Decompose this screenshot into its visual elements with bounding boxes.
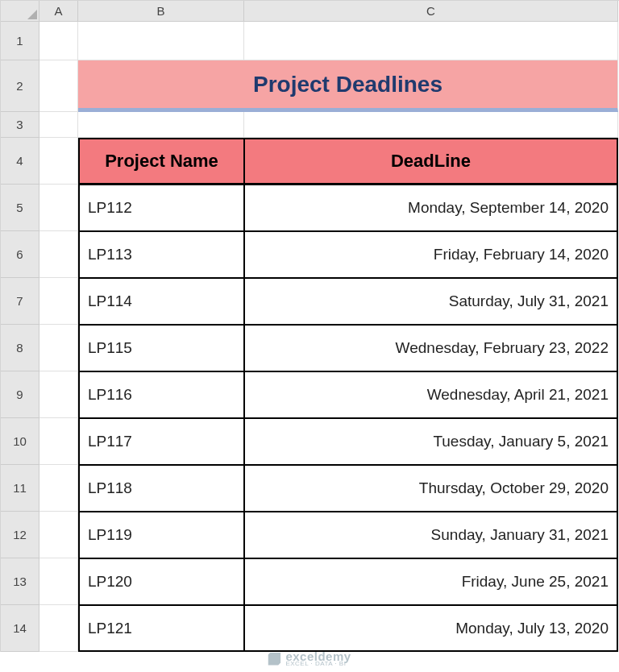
- cell-a8[interactable]: [39, 325, 78, 371]
- cell-b1[interactable]: [78, 22, 244, 60]
- cell-a7[interactable]: [39, 278, 78, 325]
- col-header-b[interactable]: B: [78, 1, 244, 22]
- header-project-name[interactable]: Project Name: [78, 138, 244, 185]
- row-header-2[interactable]: 2: [1, 60, 39, 112]
- cell-c1[interactable]: [244, 22, 618, 60]
- cell-b3[interactable]: [78, 112, 244, 138]
- row-header-3[interactable]: 3: [1, 112, 39, 138]
- cell-name-6[interactable]: LP118: [78, 465, 244, 512]
- cell-name-8[interactable]: LP120: [78, 558, 244, 605]
- header-deadline[interactable]: DeadLine: [244, 138, 618, 185]
- cell-c3[interactable]: [244, 112, 618, 138]
- cell-a4[interactable]: [39, 138, 78, 185]
- cell-name-2[interactable]: LP114: [78, 278, 244, 325]
- cell-name-0[interactable]: LP112: [78, 185, 244, 231]
- cell-a5[interactable]: [39, 185, 78, 231]
- cell-deadline-2[interactable]: Saturday, July 31, 2021: [244, 278, 618, 325]
- cell-deadline-9[interactable]: Monday, July 13, 2020: [244, 605, 618, 652]
- cell-name-1[interactable]: LP113: [78, 231, 244, 278]
- cell-a10[interactable]: [39, 418, 78, 465]
- row-header-1[interactable]: 1: [1, 22, 39, 60]
- cell-a13[interactable]: [39, 558, 78, 605]
- row-header-12[interactable]: 12: [1, 512, 39, 558]
- row-header-4[interactable]: 4: [1, 138, 39, 185]
- cell-name-9[interactable]: LP121: [78, 605, 244, 652]
- col-header-c[interactable]: C: [244, 1, 618, 22]
- cell-deadline-4[interactable]: Wednesday, April 21, 2021: [244, 371, 618, 418]
- row-header-10[interactable]: 10: [1, 418, 39, 465]
- watermark-sub: EXCEL · DATA · BI: [285, 661, 351, 667]
- cell-a3[interactable]: [39, 112, 78, 138]
- cell-name-3[interactable]: LP115: [78, 325, 244, 371]
- cell-deadline-0[interactable]: Monday, September 14, 2020: [244, 185, 618, 231]
- row-header-11[interactable]: 11: [1, 465, 39, 512]
- cell-a12[interactable]: [39, 512, 78, 558]
- cell-a14[interactable]: [39, 605, 78, 652]
- row-header-7[interactable]: 7: [1, 278, 39, 325]
- row-header-8[interactable]: 8: [1, 325, 39, 371]
- row-header-14[interactable]: 14: [1, 605, 39, 652]
- row-header-5[interactable]: 5: [1, 185, 39, 231]
- cell-a6[interactable]: [39, 231, 78, 278]
- spreadsheet-grid: A B C 1 2 Project Deadlines 3 4 Project …: [0, 0, 619, 652]
- select-all-corner[interactable]: [1, 1, 39, 22]
- row-header-13[interactable]: 13: [1, 558, 39, 605]
- col-header-a[interactable]: A: [39, 1, 78, 22]
- cell-name-5[interactable]: LP117: [78, 418, 244, 465]
- cell-name-7[interactable]: LP119: [78, 512, 244, 558]
- cell-deadline-5[interactable]: Tuesday, January 5, 2021: [244, 418, 618, 465]
- cell-deadline-3[interactable]: Wednesday, February 23, 2022: [244, 325, 618, 371]
- watermark-logo-icon: [268, 653, 280, 666]
- row-header-9[interactable]: 9: [1, 371, 39, 418]
- cell-a9[interactable]: [39, 371, 78, 418]
- cell-deadline-1[interactable]: Friday, February 14, 2020: [244, 231, 618, 278]
- cell-a2[interactable]: [39, 60, 78, 112]
- cell-deadline-7[interactable]: Sunday, January 31, 2021: [244, 512, 618, 558]
- cell-deadline-8[interactable]: Friday, June 25, 2021: [244, 558, 618, 605]
- cell-a1[interactable]: [39, 22, 78, 60]
- row-header-6[interactable]: 6: [1, 231, 39, 278]
- cell-deadline-6[interactable]: Thursday, October 29, 2020: [244, 465, 618, 512]
- cell-a11[interactable]: [39, 465, 78, 512]
- cell-name-4[interactable]: LP116: [78, 371, 244, 418]
- title-cell[interactable]: Project Deadlines: [78, 60, 618, 112]
- watermark: exceldemy EXCEL · DATA · BI: [268, 650, 351, 667]
